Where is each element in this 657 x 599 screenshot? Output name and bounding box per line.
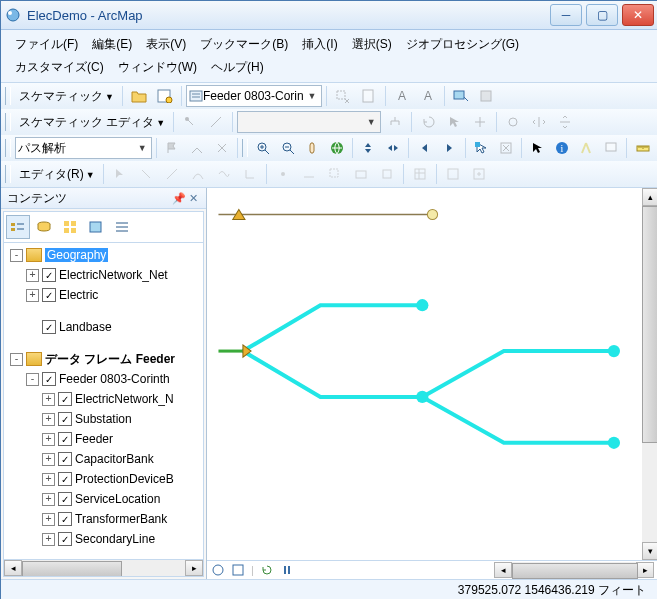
close-button[interactable]: ✕	[622, 4, 654, 26]
list-by-source-icon[interactable]	[32, 215, 56, 239]
layer-label[interactable]: Electric	[59, 288, 98, 302]
expand-toggle[interactable]: -	[26, 373, 39, 386]
editor-menu[interactable]: エディタ(R)▼	[19, 166, 95, 183]
tree-row[interactable]: +✓Substation	[6, 409, 201, 429]
toc-title-bar[interactable]: コンテンツ 📌 ✕	[1, 188, 206, 209]
toolbar-grip[interactable]	[5, 113, 11, 131]
identify-icon[interactable]: i	[550, 136, 573, 160]
map-canvas[interactable]: ▴ ▾	[207, 188, 657, 560]
select-features-icon[interactable]	[470, 136, 493, 160]
expand-toggle[interactable]: +	[26, 289, 39, 302]
scroll-down-icon[interactable]: ▾	[642, 542, 657, 560]
layer-label[interactable]: Feeder 0803-Corinth	[59, 372, 170, 386]
pin-icon[interactable]: 📌	[172, 191, 186, 205]
layer-checkbox[interactable]: ✓	[58, 412, 72, 426]
new-diagram-icon[interactable]	[153, 84, 177, 108]
tree-row[interactable]: +✓ProtectionDeviceB	[6, 469, 201, 489]
close-icon[interactable]: ✕	[186, 191, 200, 205]
toolbar-grip[interactable]	[5, 165, 11, 183]
fixed-zoom-out-icon[interactable]	[382, 136, 405, 160]
tree-row[interactable]: ✓Landbase	[6, 317, 201, 337]
open-file-icon[interactable]	[127, 84, 151, 108]
tree-row[interactable]: +✓TransformerBank	[6, 509, 201, 529]
layer-checkbox[interactable]: ✓	[58, 472, 72, 486]
layer-label[interactable]: CapacitorBank	[75, 452, 154, 466]
menu-insert[interactable]: 挿入(I)	[296, 33, 343, 56]
menu-bookmark[interactable]: ブックマーク(B)	[194, 33, 294, 56]
menu-help[interactable]: ヘルプ(H)	[205, 56, 270, 79]
list-by-drawing-icon[interactable]	[6, 215, 30, 239]
tree-row[interactable]: +✓Feeder	[6, 429, 201, 449]
schematic-dropdown[interactable]: Feeder 0803-Corin ▼	[186, 85, 322, 107]
tree-row[interactable]: +✓ElectricNetwork_Net	[6, 265, 201, 285]
layer-checkbox[interactable]: ✓	[42, 320, 56, 334]
toolbar-grip[interactable]	[5, 139, 11, 157]
expand-toggle[interactable]: +	[42, 533, 55, 546]
layer-tree[interactable]: -Geography+✓ElectricNetwork_Net+✓Electri…	[4, 243, 203, 559]
layout-view-icon[interactable]	[231, 563, 245, 577]
scroll-up-icon[interactable]: ▴	[642, 188, 657, 206]
analysis-dropdown[interactable]: パス解析▼	[15, 137, 152, 159]
layer-checkbox[interactable]: ✓	[58, 532, 72, 546]
menu-window[interactable]: ウィンドウ(W)	[112, 56, 203, 79]
title-bar[interactable]: ElecDemo - ArcMap ─ ▢ ✕	[1, 1, 657, 30]
menu-geoprocessing[interactable]: ジオプロセシング(G)	[400, 33, 525, 56]
scroll-thumb[interactable]	[22, 561, 122, 577]
scroll-left-icon[interactable]: ◂	[494, 562, 512, 578]
layer-label[interactable]: Substation	[75, 412, 132, 426]
tree-row[interactable]: -✓Feeder 0803-Corinth	[6, 369, 201, 389]
tree-row[interactable]: +✓Electric	[6, 285, 201, 305]
full-extent-icon[interactable]	[326, 136, 349, 160]
expand-toggle[interactable]: -	[10, 353, 23, 366]
toolbar-grip[interactable]	[242, 139, 248, 157]
tree-row[interactable]: -データ フレーム Feeder	[6, 349, 201, 369]
scroll-thumb[interactable]	[512, 563, 638, 579]
tree-row[interactable]: +✓ServiceLocation	[6, 489, 201, 509]
map-v-scrollbar[interactable]: ▴ ▾	[642, 188, 657, 560]
layer-checkbox[interactable]: ✓	[58, 392, 72, 406]
layer-label[interactable]: ElectricNetwork_N	[75, 392, 174, 406]
zoom-out-icon[interactable]	[276, 136, 299, 160]
schematic-menu[interactable]: スケマティック▼	[19, 88, 114, 105]
expand-toggle[interactable]: +	[42, 513, 55, 526]
layer-label[interactable]: ElectricNetwork_Net	[59, 268, 168, 282]
layer-checkbox[interactable]: ✓	[42, 268, 56, 282]
pan-icon[interactable]	[301, 136, 324, 160]
layer-label[interactable]: データ フレーム Feeder	[45, 351, 175, 368]
list-by-selection-icon[interactable]	[84, 215, 108, 239]
layer-label[interactable]: Geography	[45, 248, 108, 262]
layer-label[interactable]: TransformerBank	[75, 512, 167, 526]
prev-extent-icon[interactable]	[413, 136, 436, 160]
expand-toggle[interactable]: +	[42, 453, 55, 466]
map-h-scrollbar[interactable]: ◂ ▸	[494, 562, 654, 578]
minimize-button[interactable]: ─	[550, 4, 582, 26]
layer-checkbox[interactable]: ✓	[58, 492, 72, 506]
layer-label[interactable]: ServiceLocation	[75, 492, 160, 506]
expand-toggle[interactable]: +	[42, 413, 55, 426]
expand-toggle[interactable]: +	[42, 393, 55, 406]
annotate-icon[interactable]	[449, 84, 473, 108]
tree-row[interactable]: -Geography	[6, 245, 201, 265]
expand-toggle[interactable]: +	[26, 269, 39, 282]
menu-edit[interactable]: 編集(E)	[86, 33, 138, 56]
options-icon[interactable]	[110, 215, 134, 239]
layer-label[interactable]: SecondaryLine	[75, 532, 155, 546]
menu-customize[interactable]: カスタマイズ(C)	[9, 56, 110, 79]
expand-toggle[interactable]: -	[10, 249, 23, 262]
data-view-icon[interactable]	[211, 563, 225, 577]
measure-icon[interactable]	[631, 136, 654, 160]
scroll-thumb[interactable]	[642, 206, 657, 443]
menu-selection[interactable]: 選択(S)	[346, 33, 398, 56]
expand-toggle[interactable]: +	[42, 493, 55, 506]
scroll-left-icon[interactable]: ◂	[4, 560, 22, 576]
refresh-icon[interactable]	[260, 563, 274, 577]
layer-checkbox[interactable]: ✓	[58, 452, 72, 466]
schematic-editor-menu[interactable]: スケマティック エディタ▼	[19, 114, 165, 131]
pause-icon[interactable]	[280, 563, 294, 577]
zoom-in-icon[interactable]	[252, 136, 275, 160]
tree-row[interactable]: +✓CapacitorBank	[6, 449, 201, 469]
menu-file[interactable]: ファイル(F)	[9, 33, 84, 56]
scroll-right-icon[interactable]: ▸	[636, 562, 654, 578]
layer-label[interactable]: Landbase	[59, 320, 112, 334]
tree-row[interactable]: +✓ElectricNetwork_N	[6, 389, 201, 409]
